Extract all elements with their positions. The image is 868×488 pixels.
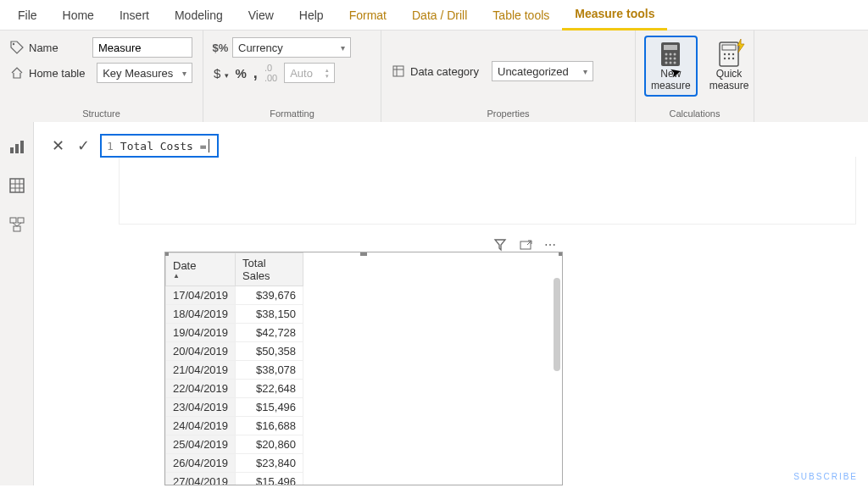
table-cell: $50,358 [236, 342, 303, 361]
table-cell: 19/04/2019 [166, 324, 236, 342]
left-rail [0, 122, 34, 485]
commit-formula-button[interactable]: ✓ [75, 136, 92, 155]
model-view-icon[interactable] [8, 215, 26, 234]
table-row: 20/04/2019$50,358 [166, 342, 303, 361]
tab-view[interactable]: View [236, 0, 287, 30]
svg-point-8 [674, 53, 676, 56]
auto-decimals-select[interactable]: Auto ▴▾ [284, 63, 335, 83]
tab-format[interactable]: Format [337, 0, 399, 30]
comma-button[interactable]: , [253, 64, 258, 82]
table-cell: 18/04/2019 [166, 305, 236, 324]
home-table-label: Home table [29, 67, 92, 80]
percent-button[interactable]: % [236, 66, 247, 80]
table-cell: $15,496 [236, 473, 303, 486]
cancel-formula-button[interactable]: ✕ [49, 136, 66, 155]
tab-insert[interactable]: Insert [107, 0, 162, 30]
table-row: 24/04/2019$16,688 [166, 417, 303, 435]
column-header[interactable]: Date▲ [166, 253, 236, 286]
name-input[interactable] [92, 37, 192, 58]
resize-handle[interactable] [360, 252, 367, 256]
table-cell: $20,860 [236, 435, 303, 454]
auto-label: Auto [290, 67, 313, 80]
focus-mode-icon[interactable] [519, 238, 532, 252]
svg-point-7 [670, 53, 672, 56]
tab-measure-tools[interactable]: Measure tools [562, 0, 667, 30]
data-view-icon[interactable] [8, 176, 26, 195]
table-cell: 23/04/2019 [166, 398, 236, 417]
calculations-group-label: Calculations [646, 108, 743, 119]
svg-rect-1 [393, 66, 403, 76]
table-cell: 27/04/2019 [166, 473, 236, 486]
svg-point-22 [732, 58, 734, 59]
tab-home[interactable]: Home [50, 0, 107, 30]
new-measure-button[interactable]: New measure [646, 37, 696, 95]
tab-help[interactable]: Help [287, 0, 337, 30]
table-cell: 26/04/2019 [166, 454, 236, 473]
home-table-row: Home table Key Measures ▾ [10, 63, 192, 83]
tab-data-drill[interactable]: Data / Drill [399, 0, 480, 30]
column-header[interactable]: Total Sales [236, 253, 303, 286]
svg-rect-5 [664, 45, 677, 50]
table-row: 18/04/2019$38,150 [166, 305, 303, 324]
watermark: SUBSCRIBE [793, 472, 858, 481]
formatting-group-label: Formatting [214, 108, 370, 119]
table-cell: 25/04/2019 [166, 435, 236, 454]
ribbon-tabs: FileHomeInsertModelingViewHelpFormatData… [0, 0, 868, 30]
table-cell: $23,840 [236, 454, 303, 473]
format-icons-row: $ ▾ % , .0.00 Auto ▴▾ [214, 63, 370, 83]
table-row: 26/04/2019$23,840 [166, 454, 303, 473]
chevron-down-icon: ▾ [341, 43, 345, 53]
quick-measure-button[interactable]: Quick measure [704, 37, 754, 95]
group-calculations: New measure Quick measure Calculations [636, 30, 754, 122]
decimal-decrease-button[interactable]: .0.00 [264, 63, 277, 83]
tab-file[interactable]: File [5, 0, 50, 30]
svg-point-14 [674, 62, 676, 64]
category-icon [392, 64, 405, 78]
svg-point-6 [665, 53, 668, 56]
resize-handle[interactable] [559, 252, 563, 256]
group-formatting: $% Currency ▾ $ ▾ % , .0.00 Auto ▴▾ Form… [203, 30, 381, 122]
structure-group-label: Structure [10, 108, 192, 119]
table-cell: $42,728 [236, 324, 303, 342]
svg-line-34 [13, 223, 17, 226]
report-view-icon[interactable] [8, 137, 26, 156]
data-table: Date▲Total Sales 17/04/2019$39,67618/04/… [165, 252, 303, 485]
tab-modeling[interactable]: Modeling [162, 0, 236, 30]
resize-handle[interactable] [164, 252, 169, 256]
home-icon [10, 66, 24, 80]
data-category-value: Uncategorized [498, 65, 569, 78]
svg-point-0 [13, 43, 14, 45]
formula-line-number: 1 [107, 140, 114, 152]
table-cell: $16,688 [236, 417, 303, 435]
name-label: Name [29, 42, 87, 54]
formula-input[interactable]: 1 Total Costs = [100, 134, 219, 158]
group-structure: Name Home table Key Measures ▾ Structure [0, 30, 203, 122]
home-table-select[interactable]: Key Measures ▾ [97, 63, 192, 83]
group-properties: Data category Uncategorized ▾ Properties [381, 30, 636, 122]
table-cell: $38,078 [236, 361, 303, 380]
currency-button[interactable]: $ ▾ [214, 66, 229, 80]
data-category-label: Data category [410, 65, 487, 78]
formula-bar: ✕ ✓ 1 Total Costs = ⋯ [34, 122, 868, 485]
format-icon: $% [214, 41, 227, 54]
svg-rect-33 [14, 226, 20, 231]
name-row: Name [10, 37, 192, 58]
svg-point-18 [728, 53, 730, 55]
svg-rect-16 [722, 45, 736, 50]
data-category-row: Data category Uncategorized ▾ [392, 61, 625, 81]
tab-table-tools[interactable]: Table tools [480, 0, 562, 30]
filter-icon[interactable] [493, 238, 507, 252]
svg-rect-26 [10, 179, 24, 192]
scrollbar-vertical[interactable] [554, 278, 560, 371]
format-row: $% Currency ▾ [214, 37, 370, 58]
table-row: 25/04/2019$20,860 [166, 435, 303, 454]
data-category-select[interactable]: Uncategorized ▾ [492, 61, 593, 81]
format-select[interactable]: Currency ▾ [232, 37, 351, 58]
more-options-icon[interactable]: ⋯ [544, 238, 556, 252]
quick-calculator-icon [715, 41, 743, 68]
table-row: 23/04/2019$15,496 [166, 398, 303, 417]
table-visual[interactable]: Date▲Total Sales 17/04/2019$39,67618/04/… [164, 252, 563, 485]
svg-rect-31 [10, 218, 16, 223]
new-measure-label: New measure [651, 68, 691, 92]
svg-point-9 [665, 58, 668, 60]
